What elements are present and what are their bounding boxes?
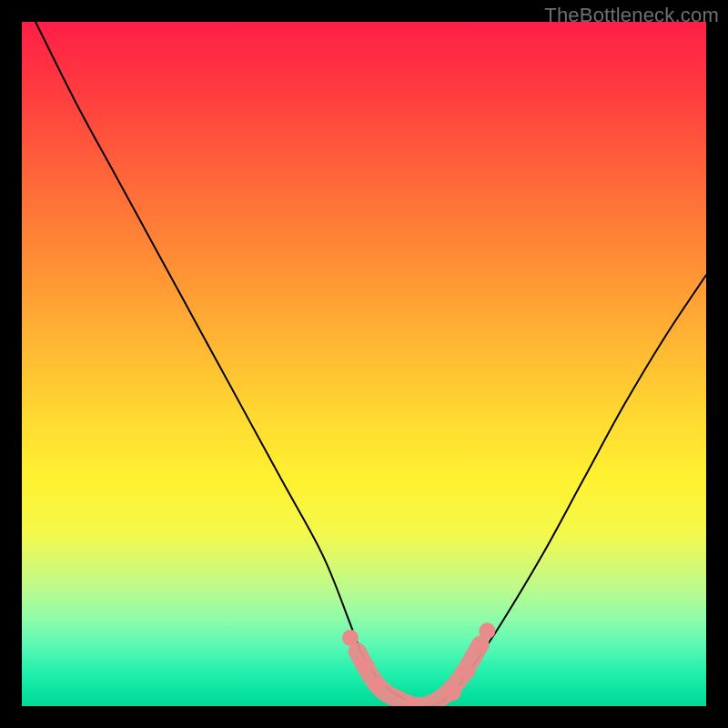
marker-right-4 (479, 622, 495, 639)
chart-frame: TheBottleneck.com (0, 0, 728, 728)
marker-right-1 (445, 684, 461, 701)
marker-left-3 (369, 677, 386, 693)
marker-right-2 (459, 663, 475, 680)
marker-left-2 (356, 657, 372, 673)
chart-svg (22, 22, 706, 706)
curve-layer (35, 22, 706, 706)
plot-area (22, 22, 706, 706)
bottleneck-curve (35, 22, 706, 706)
marker-left-1 (342, 630, 359, 646)
